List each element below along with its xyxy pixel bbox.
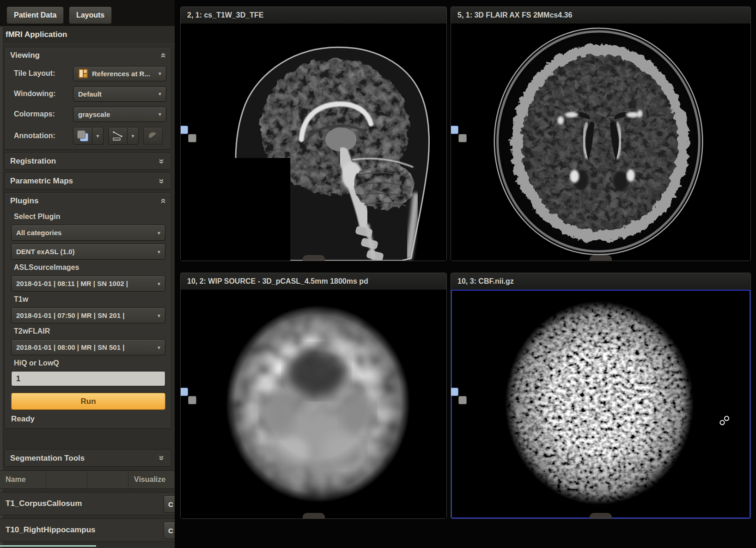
segmentation-title: Segmentation Tools [10,454,85,463]
run-button[interactable]: Run [11,393,165,410]
tab-layouts[interactable]: Layouts [69,6,112,24]
windowing-dropdown[interactable]: Default [73,86,166,102]
hiq-label: HiQ or LowQ [5,355,171,368]
viewport-title-bar[interactable]: 10, 2: WIP SOURCE - 3D_pCASL_4.5mm 1800m… [181,273,446,290]
viewing-title: Viewing [10,51,40,60]
segmentation-table-header: Name Visualize [0,470,175,489]
aslsource-label: ASLSourceImages [5,260,171,273]
column-header-visualize[interactable]: Visualize [128,471,175,488]
measure-dropdown[interactable]: ▼ [128,127,139,145]
tile-layout-value: References at R... [92,70,150,78]
tile-layout-icon [78,68,88,79]
viewport-title-bar[interactable]: 5, 1: 3D FLAIR AX FS 2MMcs4.36 [451,7,750,24]
mri-cbf-image [452,291,750,518]
viewport-title-bar[interactable]: 10, 3: CBF.nii.gz [451,273,750,290]
viewport-axial-flair: 5, 1: 3D FLAIR AX FS 2MMcs4.36 [451,6,751,261]
aslsource-dropdown[interactable]: 2018-01-01 | 08:11 | MR | SN 1002 | [11,275,165,292]
tile-layout-dropdown[interactable]: References at R... [73,66,166,81]
viewport-image-cbf[interactable] [451,290,750,518]
segmentation-name: T1_CorpusCallosum [6,499,82,508]
registration-title: Registration [10,157,56,165]
link-icon [719,415,730,426]
viewing-panel-header[interactable]: Viewing » [5,48,171,63]
plugins-panel-header[interactable]: Plugins » [5,193,171,209]
measure-icon [112,130,124,141]
viewport-title: 2, 1: cs_T1W_3D_TFE [187,11,263,19]
measure-button[interactable] [108,127,128,145]
parametric-maps-title: Parametric Maps [10,177,73,185]
viewport-image-asl-source[interactable] [181,290,446,518]
tab-patient-data[interactable]: Patient Data [6,6,64,24]
table-row[interactable]: T10_RightHippocampus C [0,518,175,542]
plugins-title: Plugins [10,196,38,205]
link-button[interactable] [719,415,730,428]
t2wflair-label: T2wFLAIR [5,323,171,336]
protractor-button[interactable] [143,127,163,145]
annotation-row: Annotation: ▼ ▼ [5,124,171,149]
visualize-button[interactable]: C [164,522,175,539]
mri-asl-image [181,290,446,518]
colormaps-label: Colormaps: [14,110,73,118]
visualize-button[interactable]: C [164,495,175,513]
protractor-icon [147,130,159,141]
progress-indicator-line [0,545,96,547]
annotation-label: Annotation: [14,132,73,140]
viewport-title: 10, 3: CBF.nii.gz [457,277,514,285]
colormaps-dropdown[interactable]: grayscale [73,107,166,122]
tile-layout-label: Tile Layout: [14,69,73,78]
t1w-dropdown[interactable]: 2018-01-01 | 07:50 | MR | SN 201 | [11,307,165,323]
viewport-sagittal-t1: 2, 1: cs_T1W_3D_TFE [180,6,447,261]
mri-sagittal-image [181,24,446,261]
viewport-asl-source: 10, 2: WIP SOURCE - 3D_pCASL_4.5mm 1800m… [180,273,447,519]
t1w-value: 2018-01-01 | 07:50 | MR | SN 201 | [16,311,124,319]
table-row[interactable]: T1_CorpusCallosum C [0,492,175,515]
viewport-handle[interactable] [590,513,612,519]
viewport-handle[interactable] [303,255,325,261]
windowing-label: Windowing: [14,90,73,98]
colormaps-row: Colormaps: grayscale [5,104,171,124]
viewport-title: 10, 2: WIP SOURCE - 3D_pCASL_4.5mm 1800m… [187,277,368,285]
t2wflair-dropdown[interactable]: 2018-01-01 | 08:00 | MR | SN 501 | [11,339,165,355]
viewport-image-axial-flair[interactable] [451,24,750,261]
viewport-image-sagittal-t1[interactable] [181,24,446,261]
t2wflair-value: 2018-01-01 | 08:00 | MR | SN 501 | [16,343,124,351]
hiq-input[interactable] [11,371,165,386]
viewport-handle[interactable] [590,255,612,261]
plugin-category-dropdown[interactable]: All categories [11,225,165,241]
tile-layout-row: Tile Layout: References at R... [5,63,171,84]
parametric-maps-panel: Parametric Maps » [4,173,171,189]
column-header-blank-1[interactable] [46,471,87,488]
registration-panel-header[interactable]: Registration » [5,153,171,169]
registration-panel: Registration » [4,153,171,170]
segmentation-name: T10_RightHippocampus [6,525,96,535]
viewport-title: 5, 1: 3D FLAIR AX FS 2MMcs4.36 [457,11,572,19]
viewport-handle[interactable] [303,513,325,519]
select-plugin-label: Select Plugin [5,209,171,222]
column-header-name[interactable]: Name [0,471,46,488]
windowing-row: Windowing: Default [5,84,171,104]
segmentation-panel-header[interactable]: Segmentation Tools » [4,449,171,467]
plugin-select-value: DENT exASL (1.0) [16,248,74,256]
segmentation-table: Name Visualize T1_CorpusCallosum C T10_R… [0,470,175,542]
aslsource-value: 2018-01-01 | 08:11 | MR | SN 1002 | [16,280,128,287]
viewport-title-bar[interactable]: 2, 1: cs_T1W_3D_TFE [181,7,446,24]
layers-icon [77,130,88,141]
colormaps-value: grayscale [78,110,110,118]
plugin-status: Ready [5,410,171,428]
windowing-value: Default [78,90,102,98]
sidebar-tabs: Patient Data Layouts [0,0,175,26]
segmentation-block: Segmentation Tools » Name Visualize T1_C… [0,449,175,542]
annotation-layers-button[interactable] [73,127,92,145]
caret-down-icon: ▼ [131,134,135,139]
plugin-category-value: All categories [16,229,61,237]
viewing-panel: Viewing » Tile Layout: References at R..… [4,47,171,150]
column-header-blank-2[interactable] [87,471,128,488]
mri-flair-image [451,24,750,261]
plugin-select-dropdown[interactable]: DENT exASL (1.0) [11,244,165,260]
t1w-label: T1w [5,292,171,304]
app-title: fMRI Application [0,26,175,44]
caret-down-icon: ▼ [96,134,100,139]
parametric-maps-panel-header[interactable]: Parametric Maps » [5,173,171,189]
annotation-layers-dropdown[interactable]: ▼ [92,127,104,145]
plugins-panel: Plugins » Select Plugin All categories D… [4,193,171,429]
